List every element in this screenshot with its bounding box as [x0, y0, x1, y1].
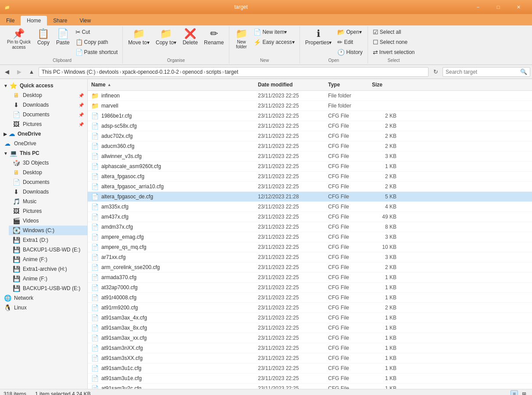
table-row[interactable]: 📄 at91rm9200.cfg 23/11/2023 22:25 CFG Fi… [88, 303, 532, 313]
sidebar-item-anime-f[interactable]: 💾 Anime (F:) [9, 255, 87, 264]
search-input[interactable] [446, 69, 520, 75]
sidebar-item-extra1-archive-h[interactable]: 💾 Extra1-archive (H:) [9, 264, 87, 274]
selectnone-button[interactable]: ☐ Select none [371, 37, 417, 47]
sidebar-item-3dobjects[interactable]: 🎲 3D Objects [9, 158, 87, 168]
sidebar-group-onedrive1[interactable]: ▶ ☁ OneDrive [0, 129, 87, 139]
sidebar-item-desktop-pc[interactable]: 🖥 Desktop [9, 168, 87, 177]
table-row[interactable]: 📁 infineon 23/11/2023 22:25 File folder [88, 91, 532, 101]
view-large-button[interactable]: ⊞ [520, 390, 528, 395]
tab-home[interactable]: Home [21, 16, 47, 25]
col-header-size[interactable]: Size [368, 81, 403, 89]
table-row[interactable]: 📄 at91sam3u2c.cfg 23/11/2023 22:25 CFG F… [88, 384, 532, 389]
table-row[interactable]: 📄 at91sam3ax_4x.cfg 23/11/2023 22:25 CFG… [88, 313, 532, 323]
col-header-type[interactable]: Type [325, 81, 368, 89]
table-row[interactable]: 📄 ampere_emag.cfg 23/11/2023 22:25 CFG F… [88, 232, 532, 242]
table-row[interactable]: 📄 at91sam3sXX.cfg 23/11/2023 22:25 CFG F… [88, 353, 532, 363]
sidebar-item-desktop[interactable]: 🖥 Desktop 📌 [9, 90, 87, 100]
copyto-button[interactable]: 📁 Copy to▾ [153, 27, 179, 47]
sidebar-item-backup1-e[interactable]: 💾 BACKUP1-USB-WD (E:) [9, 245, 87, 255]
newfolder-button[interactable]: 📁 Newfolder [232, 27, 250, 51]
sidebar-item-downloads-pc[interactable]: ⬇ Downloads [9, 187, 87, 197]
breadcrumb-windows[interactable]: Windows (C:) [64, 69, 96, 75]
tab-share[interactable]: Share [47, 16, 73, 25]
table-row[interactable]: 📄 at91sam3u1e.cfg 23/11/2023 22:25 CFG F… [88, 373, 532, 384]
table-row[interactable]: 📄 am437x.cfg 23/11/2023 22:25 CFG File 4… [88, 212, 532, 222]
sidebar-item-windows-c[interactable]: 💽 Windows (C:) [9, 226, 87, 235]
sidebar-item-network[interactable]: 🌐 Network [0, 293, 87, 303]
paste-shortcut-button[interactable]: 📄 Paste shortcut [73, 47, 120, 57]
sidebar-item-linux[interactable]: 🐧 Linux [0, 303, 87, 312]
address-path[interactable]: This PC › Windows (C:) › devtools › xpac… [39, 67, 428, 77]
sidebar-item-downloads[interactable]: ⬇ Downloads 📌 [9, 100, 87, 110]
tab-file[interactable]: File [0, 16, 21, 25]
table-row[interactable]: 📄 adsp-sc58x.cfg 23/11/2023 22:25 CFG Fi… [88, 121, 532, 131]
breadcrumb-openocd[interactable]: openocd [182, 69, 203, 75]
sidebar-item-extra1-d[interactable]: 💾 Extra1 (D:) [9, 235, 87, 245]
copy-path-button[interactable]: 📋 Copy path [73, 37, 120, 47]
open-button[interactable]: 📂 Open▾ [335, 27, 364, 37]
sidebar-item-anime-f2[interactable]: 💾 Anime (F:) [9, 274, 87, 284]
table-row[interactable]: 📄 alphascale_asm9260t.cfg 23/11/2023 22:… [88, 162, 532, 172]
table-row[interactable]: 📄 altera_fpgasoc_de.cfg 12/12/2023 21:28… [88, 192, 532, 202]
table-row[interactable]: 📄 allwinner_v3s.cfg 23/11/2023 22:25 CFG… [88, 151, 532, 162]
selectall-button[interactable]: ☑ Select all [371, 27, 417, 37]
breadcrumb-target[interactable]: target [225, 69, 239, 75]
sidebar-item-backup1-e2[interactable]: 💾 BACKUP1-USB-WD (E:) [9, 284, 87, 293]
table-row[interactable]: 📄 altera_fpgasoc_arria10.cfg 23/11/2023 … [88, 182, 532, 192]
sidebar-group-thispc[interactable]: ▼ 💻 This PC [0, 148, 87, 158]
invertselection-button[interactable]: ⇄ Invert selection [371, 47, 417, 57]
table-row[interactable]: 📄 1986be1r.cfg 23/11/2023 22:25 CFG File… [88, 111, 532, 121]
sidebar-item-documents[interactable]: 📄 Documents 📌 [9, 110, 87, 119]
table-row[interactable]: 📄 aducm360.cfg 23/11/2023 22:25 CFG File… [88, 141, 532, 151]
sidebar-item-pictures[interactable]: 🖼 Pictures 📌 [9, 119, 87, 129]
sidebar-item-music[interactable]: 🎵 Music [9, 197, 87, 206]
properties-button[interactable]: ℹ Properties▾ [303, 27, 335, 47]
maximize-button[interactable]: □ [488, 0, 508, 14]
breadcrumb-scripts[interactable]: scripts [206, 69, 221, 75]
table-row[interactable]: 📁 marvell 23/11/2023 22:25 File folder [88, 101, 532, 111]
copy-button[interactable]: 📋 Copy [34, 27, 53, 47]
minimize-button[interactable]: − [468, 0, 488, 14]
back-button[interactable]: ◀ [2, 67, 12, 77]
col-header-date[interactable]: Date modified [254, 81, 325, 89]
table-row[interactable]: 📄 at91r40008.cfg 23/11/2023 22:25 CFG Fi… [88, 293, 532, 303]
history-button[interactable]: 🕐 History [335, 47, 364, 57]
breadcrumb-thispc[interactable]: This PC [42, 69, 61, 75]
table-row[interactable]: 📄 at91sam3nXX.cfg 23/11/2023 22:25 CFG F… [88, 343, 532, 353]
up-button[interactable]: ▲ [26, 67, 37, 77]
breadcrumb-devtools[interactable]: devtools [99, 69, 119, 75]
paste-button[interactable]: 📄 Paste [54, 27, 72, 47]
view-details-button[interactable]: ≡ [511, 390, 518, 395]
table-row[interactable]: 📄 am335x.cfg 23/11/2023 22:25 CFG File 4… [88, 202, 532, 212]
table-row[interactable]: 📄 ampere_qs_mq.cfg 23/11/2023 22:25 CFG … [88, 242, 532, 252]
sidebar-item-videos[interactable]: 🎬 Videos [9, 216, 87, 226]
col-header-name[interactable]: Name ▲ [88, 81, 254, 89]
table-row[interactable]: 📄 amdm37x.cfg 23/11/2023 22:25 CFG File … [88, 222, 532, 232]
sidebar-item-onedrive2[interactable]: ☁ OneDrive [0, 139, 87, 148]
table-row[interactable]: 📄 altera_fpgasoc.cfg 23/11/2023 22:25 CF… [88, 172, 532, 182]
table-row[interactable]: 📄 at91sam3ax_8x.cfg 23/11/2023 22:25 CFG… [88, 323, 532, 333]
tab-view[interactable]: View [73, 16, 97, 25]
table-row[interactable]: 📄 ar71xx.cfg 23/11/2023 22:25 CFG File 3… [88, 252, 532, 262]
edit-button[interactable]: ✏ Edit [335, 37, 364, 47]
breadcrumb-xpack[interactable]: xpack-openocd-0.12.0-2 [122, 69, 179, 75]
close-button[interactable]: ✕ [508, 0, 528, 14]
sidebar-item-pictures-pc[interactable]: 🖼 Pictures [9, 206, 87, 216]
table-row[interactable]: 📄 at32ap7000.cfg 23/11/2023 22:25 CFG Fi… [88, 283, 532, 293]
moveto-button[interactable]: 📁 Move to▾ [125, 27, 152, 47]
pin-button[interactable]: 📌 Pin to Quickaccess [4, 27, 33, 52]
sidebar-group-quickaccess[interactable]: ▼ ⭐ Quick access [0, 81, 87, 90]
newitem-button[interactable]: 📄 New item▾ [251, 27, 296, 37]
refresh-button[interactable]: ↻ [430, 67, 441, 77]
table-row[interactable]: 📄 aduc702x.cfg 23/11/2023 22:25 CFG File… [88, 131, 532, 141]
sidebar-item-documents-pc[interactable]: 📄 Documents [9, 177, 87, 187]
rename-button[interactable]: ✏ Rename [201, 27, 226, 47]
delete-button[interactable]: ❌ Delete [180, 27, 200, 47]
table-row[interactable]: 📄 at91sam3u1c.cfg 23/11/2023 22:25 CFG F… [88, 363, 532, 373]
easyaccess-button[interactable]: ⚡ Easy access▾ [251, 37, 296, 47]
search-box[interactable]: 🔍 [443, 67, 530, 77]
table-row[interactable]: 📄 armada370.cfg 23/11/2023 22:25 CFG Fil… [88, 273, 532, 283]
table-row[interactable]: 📄 at91sam3ax_xx.cfg 23/11/2023 22:25 CFG… [88, 333, 532, 343]
table-row[interactable]: 📄 arm_corelink_sse200.cfg 23/11/2023 22:… [88, 262, 532, 273]
cut-button[interactable]: ✂ Cut [73, 27, 120, 37]
